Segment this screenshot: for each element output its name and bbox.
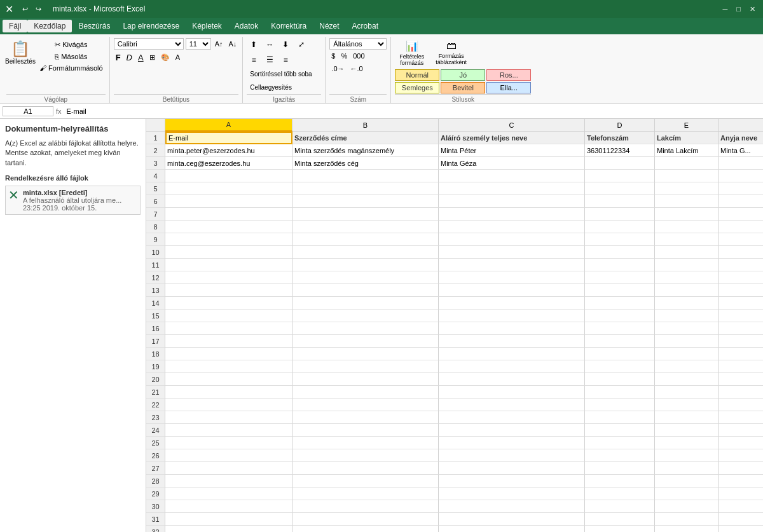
cell-d23[interactable] xyxy=(585,411,655,424)
cell-d20[interactable] xyxy=(585,373,655,386)
cell-b13[interactable] xyxy=(292,284,439,297)
cell-e5[interactable] xyxy=(655,182,718,195)
spreadsheet-area[interactable]: A B C D E F 1 E-mail Szerződés címe Aláí… xyxy=(146,119,763,532)
cell-b9[interactable] xyxy=(292,233,439,246)
cell-a3[interactable]: minta.ceg@eszerzodes.hu xyxy=(165,157,292,170)
decrease-font-button[interactable]: A↓ xyxy=(226,39,238,49)
cell-f31[interactable] xyxy=(718,513,763,526)
align-right-button[interactable]: ≡ xyxy=(278,53,292,66)
cell-b19[interactable] xyxy=(292,360,439,373)
cell-a31[interactable] xyxy=(165,513,292,526)
cell-e11[interactable] xyxy=(655,259,718,271)
paste-button[interactable]: 📋 Beillesztés xyxy=(6,38,34,66)
cell-a29[interactable] xyxy=(165,488,292,500)
cell-c24[interactable] xyxy=(439,424,585,437)
cell-d9[interactable] xyxy=(585,233,655,246)
cell-f27[interactable] xyxy=(718,462,763,475)
cell-d31[interactable] xyxy=(585,513,655,526)
cell-e4[interactable] xyxy=(655,170,718,182)
menu-nezet[interactable]: Nézet xyxy=(313,20,345,32)
cell-c3[interactable]: Minta Géza xyxy=(439,157,585,170)
cell-f30[interactable] xyxy=(718,500,763,513)
cell-a18[interactable] xyxy=(165,348,292,360)
cell-f12[interactable] xyxy=(718,271,763,284)
cell-a19[interactable] xyxy=(165,360,292,373)
cell-b17[interactable] xyxy=(292,335,439,348)
merge-cells-button[interactable]: Cellaegyesítés xyxy=(247,82,295,93)
col-header-b[interactable]: B xyxy=(292,119,439,132)
menu-fajl[interactable]: Fájl xyxy=(3,20,27,32)
cell-d22[interactable] xyxy=(585,399,655,411)
style-good[interactable]: Jó xyxy=(441,69,485,81)
cell-d7[interactable] xyxy=(585,208,655,221)
cell-b15[interactable] xyxy=(292,310,439,322)
col-header-a[interactable]: A xyxy=(165,119,292,132)
cell-a2[interactable]: minta.peter@eszerzodes.hu xyxy=(165,144,292,157)
style-normal[interactable]: Normál xyxy=(395,69,439,81)
format-as-table-button[interactable]: 🗃 Formázás táblázatként xyxy=(431,38,471,68)
cell-a24[interactable] xyxy=(165,424,292,437)
cell-f32[interactable] xyxy=(718,526,763,532)
cell-c16[interactable] xyxy=(439,322,585,335)
menu-kepletetek[interactable]: Képletek xyxy=(186,20,228,32)
style-ellipsis[interactable]: Ella... xyxy=(486,82,531,93)
cell-c12[interactable] xyxy=(439,271,585,284)
undo-button[interactable]: ↩ xyxy=(20,4,31,15)
cell-d3[interactable] xyxy=(585,157,655,170)
col-header-e[interactable]: E xyxy=(655,119,718,132)
cell-b24[interactable] xyxy=(292,424,439,437)
cell-d17[interactable] xyxy=(585,335,655,348)
cell-b6[interactable] xyxy=(292,195,439,208)
cell-e24[interactable] xyxy=(655,424,718,437)
cell-f23[interactable] xyxy=(718,411,763,424)
cell-e9[interactable] xyxy=(655,233,718,246)
cell-f5[interactable] xyxy=(718,182,763,195)
wrap-text-button[interactable]: Sortöréssel több soba xyxy=(247,69,315,79)
cell-a10[interactable] xyxy=(165,246,292,259)
thousand-button[interactable]: 000 xyxy=(351,51,366,61)
cell-b20[interactable] xyxy=(292,373,439,386)
font-size-select[interactable]: 11 xyxy=(186,38,211,50)
cell-d30[interactable] xyxy=(585,500,655,513)
cell-f26[interactable] xyxy=(718,449,763,462)
align-middle-button[interactable]: ↔ xyxy=(263,38,277,51)
cell-f29[interactable] xyxy=(718,488,763,500)
cell-c26[interactable] xyxy=(439,449,585,462)
cell-a7[interactable] xyxy=(165,208,292,221)
cell-e8[interactable] xyxy=(655,221,718,233)
cell-e31[interactable] xyxy=(655,513,718,526)
align-top-button[interactable]: ⬆ xyxy=(247,38,261,51)
cell-b32[interactable] xyxy=(292,526,439,532)
cell-f4[interactable] xyxy=(718,170,763,182)
cell-c29[interactable] xyxy=(439,488,585,500)
cell-b10[interactable] xyxy=(292,246,439,259)
col-header-c[interactable]: C xyxy=(439,119,585,132)
cell-b1[interactable]: Szerződés címe xyxy=(292,132,439,144)
cell-f9[interactable] xyxy=(718,233,763,246)
align-bottom-button[interactable]: ⬇ xyxy=(278,38,292,51)
cell-b7[interactable] xyxy=(292,208,439,221)
cell-e19[interactable] xyxy=(655,360,718,373)
cell-b28[interactable] xyxy=(292,475,439,488)
cell-f11[interactable] xyxy=(718,259,763,271)
cell-e2[interactable]: Minta Lakcím xyxy=(655,144,718,157)
border-button[interactable]: ⊞ xyxy=(148,52,157,62)
cell-f7[interactable] xyxy=(718,208,763,221)
cell-d21[interactable] xyxy=(585,386,655,399)
cell-c32[interactable] xyxy=(439,526,585,532)
cell-b2[interactable]: Minta szerződés magánszemély xyxy=(292,144,439,157)
cell-a13[interactable] xyxy=(165,284,292,297)
cell-a6[interactable] xyxy=(165,195,292,208)
cell-c20[interactable] xyxy=(439,373,585,386)
cell-b3[interactable]: Minta szerződés cég xyxy=(292,157,439,170)
cell-f25[interactable] xyxy=(718,437,763,449)
cell-a1[interactable]: E-mail xyxy=(165,132,292,144)
cell-b29[interactable] xyxy=(292,488,439,500)
close-button[interactable]: ✕ xyxy=(747,4,758,15)
formula-input[interactable] xyxy=(64,107,760,115)
cell-f10[interactable] xyxy=(718,246,763,259)
cell-b16[interactable] xyxy=(292,322,439,335)
cell-f24[interactable] xyxy=(718,424,763,437)
currency-button[interactable]: $ xyxy=(329,51,337,61)
number-format-select[interactable]: Általános xyxy=(329,38,387,50)
